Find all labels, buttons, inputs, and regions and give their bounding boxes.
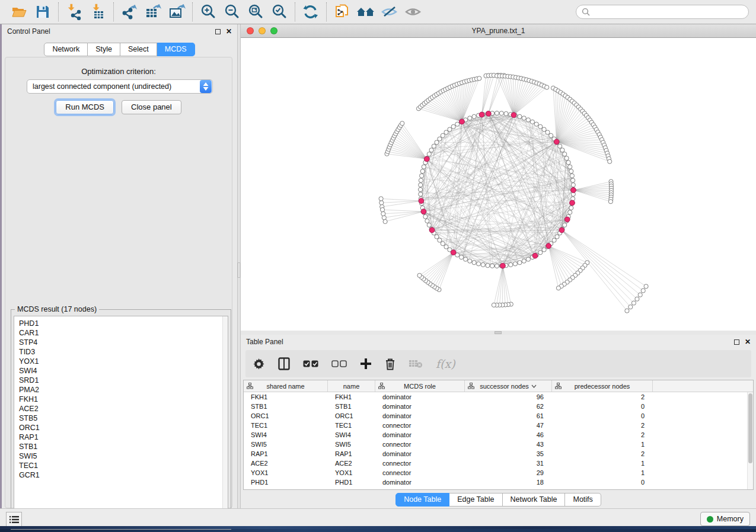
tab-motifs[interactable]: Motifs [565, 493, 601, 507]
column-header-MCDS-role[interactable]: MCDS role [375, 380, 465, 392]
search-field[interactable] [576, 5, 749, 19]
result-node-item[interactable]: SWI5 [19, 451, 223, 461]
zoom-in-icon[interactable] [196, 2, 220, 22]
refresh-icon[interactable] [299, 2, 323, 22]
result-node-item[interactable]: SWI4 [19, 366, 223, 376]
unselect-all-checkboxes-icon[interactable] [331, 360, 347, 367]
close-panel-icon[interactable]: ✕ [745, 339, 751, 345]
column-header-name[interactable]: name [328, 380, 375, 392]
result-node-item[interactable]: STB5 [19, 414, 223, 423]
tab-select[interactable]: Select [120, 43, 157, 56]
zoom-fit-icon[interactable] [244, 2, 267, 22]
table-row[interactable]: YOX1YOX1connector291 [244, 468, 747, 477]
table-scrollbar[interactable] [747, 392, 753, 489]
add-column-icon[interactable] [360, 358, 372, 370]
result-node-item[interactable]: CAR1 [19, 328, 223, 338]
show-all-icon[interactable] [401, 2, 425, 22]
toolbar-separator [113, 2, 114, 21]
float-panel-icon[interactable] [734, 339, 739, 345]
tab-edge-table[interactable]: Edge Table [449, 493, 502, 507]
tab-network[interactable]: Network [44, 43, 88, 56]
splitter-handle[interactable] [495, 331, 502, 334]
table-cell: SWI5 [328, 441, 375, 448]
table-cell: SWI4 [328, 431, 375, 438]
table-row[interactable]: ORC1ORC1dominator610 [244, 411, 747, 421]
export-image-icon[interactable] [165, 2, 189, 22]
network-view-titlebar: YPA_prune.txt_1 [241, 24, 756, 38]
table-row[interactable]: SWI4SWI4dominator462 [244, 430, 747, 440]
hide-selected-icon[interactable] [378, 2, 401, 22]
column-namespace-icon [247, 383, 253, 389]
result-node-item[interactable]: FKH1 [19, 395, 223, 404]
result-node-item[interactable]: TID3 [19, 347, 223, 357]
result-node-item[interactable]: YOX1 [19, 357, 223, 366]
table-row[interactable]: RAP1RAP1dominator352 [244, 449, 747, 459]
task-history-button[interactable] [6, 512, 22, 527]
result-node-item[interactable]: TEC1 [19, 461, 223, 470]
zoom-selected-icon[interactable] [267, 2, 291, 22]
result-node-item[interactable]: GCR1 [19, 470, 223, 480]
close-panel-button[interactable]: Close panel [122, 100, 181, 114]
search-input[interactable] [593, 7, 743, 17]
result-node-item[interactable]: PMA2 [19, 385, 223, 395]
table-row[interactable]: FKH1FKH1dominator962 [244, 392, 747, 402]
column-header-predecessor-nodes[interactable]: predecessor nodes [552, 380, 653, 392]
tab-network-table[interactable]: Network Table [503, 493, 566, 507]
scrollbar-thumb[interactable] [748, 393, 752, 463]
import-network-icon[interactable] [62, 2, 86, 22]
network-canvas[interactable] [241, 38, 756, 331]
tab-node-table[interactable]: Node Table [395, 493, 449, 507]
open-file-icon[interactable] [7, 2, 31, 22]
application-window: Control Panel ✕ NetworkStyleSelectMCDS O… [0, 0, 756, 529]
table-cell: 0 [552, 479, 653, 486]
table-row[interactable]: STB1STB1dominator620 [244, 402, 747, 411]
delete-column-icon[interactable] [385, 358, 395, 370]
result-node-item[interactable]: ORC1 [19, 423, 223, 432]
column-header-label: predecessor nodes [575, 383, 630, 390]
result-node-item[interactable]: STB1 [19, 442, 223, 451]
table-row[interactable]: ACE2ACE2connector311 [244, 459, 747, 468]
table-row[interactable]: SWI5SWI5connector431 [244, 440, 747, 449]
search-icon [582, 8, 590, 16]
table-row[interactable]: PHD1PHD1dominator180 [244, 477, 747, 487]
horizontal-splitter[interactable] [241, 331, 756, 335]
duplicate-network-icon[interactable] [330, 2, 354, 22]
toolbar-separator [58, 2, 59, 21]
splitter-collapse-handle[interactable] [238, 262, 240, 278]
first-neighbors-icon[interactable] [354, 2, 378, 22]
control-panel-title: Control Panel [7, 27, 50, 36]
memory-button[interactable]: Memory [700, 512, 750, 526]
function-builder-icon[interactable]: f(x) [436, 357, 455, 370]
result-node-item[interactable]: STP4 [19, 338, 223, 347]
column-header-shared-name[interactable]: shared name [244, 380, 328, 392]
table-cell: 2 [552, 431, 653, 438]
import-table-icon[interactable] [86, 2, 110, 22]
zoom-out-icon[interactable] [220, 2, 244, 22]
table-cell: 0 [552, 403, 653, 410]
result-node-item[interactable]: PHD1 [19, 319, 223, 328]
column-header-successor-nodes[interactable]: successor nodes [465, 380, 552, 392]
gear-icon[interactable] [253, 358, 265, 370]
result-node-item[interactable]: SRD1 [19, 376, 223, 385]
table-body: FKH1FKH1dominator962STB1STB1dominator620… [244, 392, 747, 489]
desktop-background [0, 526, 756, 529]
result-node-item[interactable]: ACE2 [19, 404, 223, 414]
criterion-dropdown[interactable]: largest connected component (undirected) [27, 79, 213, 94]
close-panel-icon[interactable]: ✕ [226, 28, 232, 34]
delete-table-icon[interactable] [409, 359, 423, 368]
toolbar-separator [295, 2, 295, 21]
export-network-icon[interactable] [117, 2, 141, 22]
run-mcds-button[interactable]: Run MCDS [56, 100, 114, 114]
tab-style[interactable]: Style [88, 43, 120, 56]
mcds-result-list[interactable]: PHD1CAR1STP4TID3YOX1SWI4SRD1PMA2FKH1ACE2… [14, 316, 228, 527]
split-columns-icon[interactable] [278, 357, 290, 370]
save-session-icon[interactable] [31, 2, 55, 22]
select-all-checkboxes-icon[interactable] [303, 360, 318, 367]
export-table-icon[interactable] [141, 2, 165, 22]
result-node-item[interactable]: RAP1 [19, 432, 223, 442]
tab-mcds[interactable]: MCDS [157, 43, 195, 56]
float-panel-icon[interactable] [215, 29, 221, 34]
table-row[interactable]: TEC1TEC1connector472 [244, 421, 747, 430]
table-cell: 96 [465, 393, 552, 400]
result-list-scrollbar[interactable] [222, 316, 228, 526]
